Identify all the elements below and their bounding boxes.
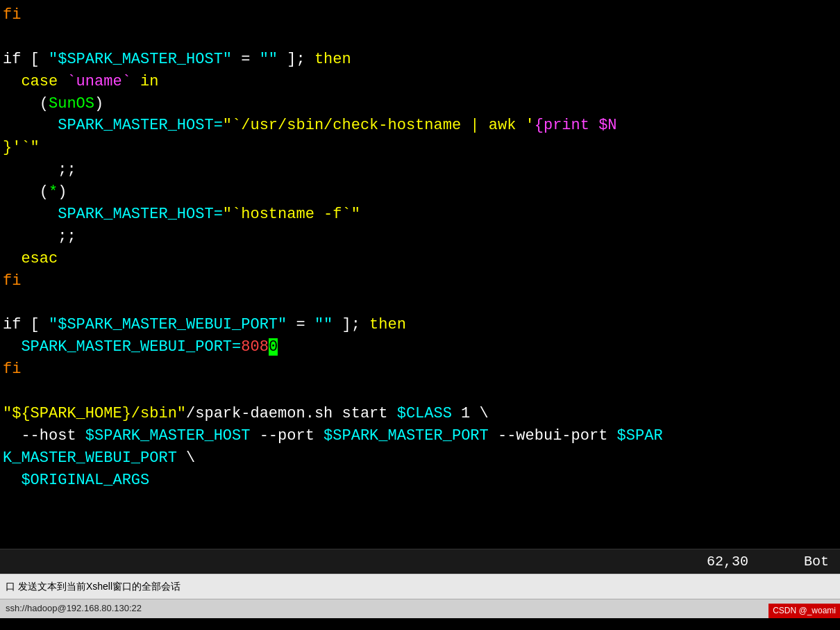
send-text-label: 口 发送文本到当前Xshell窗口的全部会话 [6, 579, 180, 593]
terminal-line: ;; [3, 226, 840, 248]
terminal-line: SPARK_MASTER_WEBUI_PORT=8080 [3, 336, 840, 358]
terminal-line: if [ "$SPARK_MASTER_HOST" = "" ]; then [3, 49, 840, 71]
terminal-line: }'`" [3, 137, 840, 159]
scroll-position: Bot [804, 552, 829, 572]
terminal-line: fi [3, 358, 840, 381]
terminal-line: esac [3, 248, 840, 270]
cursor-position: 62,30 [707, 552, 748, 572]
terminal-line: if [ "$SPARK_MASTER_WEBUI_PORT" = "" ]; … [3, 314, 840, 336]
terminal-line [3, 292, 840, 315]
terminal: fi if [ "$SPARK_MASTER_HOST" = "" ]; the… [0, 0, 840, 549]
status-bar: 62,30 Bot [0, 549, 840, 574]
terminal-line [3, 26, 840, 49]
terminal-line: (*) [3, 181, 840, 204]
terminal-line: K_MASTER_WEBUI_PORT \ [3, 447, 840, 470]
terminal-line: "${SPARK_HOME}/sbin"/spark-daemon.sh sta… [3, 403, 840, 425]
terminal-line: $ORIGINAL_ARGS [3, 470, 840, 492]
terminal-line: case `uname` in [3, 71, 840, 93]
connection-string: ssh://hadoop@192.168.80.130:22 [6, 602, 142, 615]
terminal-line: SPARK_MASTER_HOST="`hostname -f`" [3, 204, 840, 226]
terminal-line: (SunOS) [3, 93, 840, 115]
terminal-line: --host $SPARK_MASTER_HOST --port $SPARK_… [3, 425, 840, 447]
terminal-line: fi [3, 4, 840, 26]
csdn-badge: CSDN @_woami [768, 604, 840, 618]
send-text-bar[interactable]: 口 发送文本到当前Xshell窗口的全部会话 [0, 574, 840, 599]
terminal-line: SPARK_MASTER_HOST="`/usr/sbin/check-host… [3, 115, 840, 137]
terminal-line: fi [3, 270, 840, 292]
terminal-line [3, 381, 840, 403]
xshell-connection-bar: ssh://hadoop@192.168.80.130:22 [0, 599, 840, 618]
terminal-line: ;; [3, 159, 840, 181]
